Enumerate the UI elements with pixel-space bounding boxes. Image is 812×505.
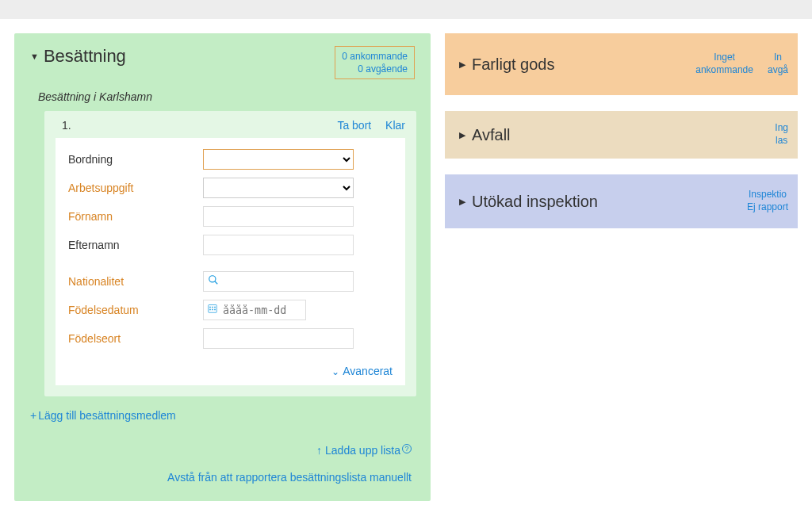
upload-list-button[interactable]: ↑Ladda upp lista? xyxy=(316,444,412,457)
arrow-up-icon: ↑ xyxy=(316,444,322,457)
label-nationalitet: Nationalitet xyxy=(68,275,203,288)
label-fodelsedatum: Födelsedatum xyxy=(68,304,203,316)
panel-farligt-gods[interactable]: ▶ Farligt gods Ingetankommande Inavgå xyxy=(445,33,798,95)
panel-inspektion[interactable]: ▶ Utökad inspektion InspektioEj rapport xyxy=(445,174,798,228)
label-fodelseort: Födelseort xyxy=(68,332,203,345)
panel-status-inspektion: InspektioEj rapport xyxy=(747,189,788,213)
label-efternamn: Efternamn xyxy=(68,239,203,251)
crew-count-badge: 0 ankommande 0 avgående xyxy=(335,46,415,79)
fodelseort-input[interactable] xyxy=(203,328,354,349)
advanced-toggle[interactable]: ⌄Avancerat xyxy=(331,365,393,377)
crew-panel-header[interactable]: ▼ Besättning 0 ankommande 0 avgående xyxy=(25,44,419,86)
done-button[interactable]: Klar xyxy=(385,119,405,132)
entry-number: 1. xyxy=(62,119,71,132)
caret-right-icon: ▶ xyxy=(459,59,465,70)
panel-title-inspektion: Utökad inspektion xyxy=(472,193,598,211)
fodelsedatum-input[interactable] xyxy=(203,300,306,320)
arbetsuppgift-select[interactable] xyxy=(203,178,354,198)
panel-status-farligt: Ingetankommande Inavgå xyxy=(695,52,788,76)
panel-title-farligt: Farligt gods xyxy=(472,55,555,74)
caret-right-icon: ▶ xyxy=(459,130,465,140)
plus-icon: + xyxy=(30,409,36,422)
caret-right-icon: ▶ xyxy=(459,197,465,207)
panel-title-avfall: Avfall xyxy=(472,126,511,144)
caret-down-icon: ▼ xyxy=(30,52,39,61)
badge-arriving: 0 ankommande xyxy=(342,50,408,63)
panel-status-avfall: Inglas xyxy=(775,122,788,147)
efternamn-input[interactable] xyxy=(203,235,354,255)
fornamn-input[interactable] xyxy=(203,206,354,227)
crew-panel: ▼ Besättning 0 ankommande 0 avgående Bes… xyxy=(14,33,431,501)
label-arbetsuppgift: Arbetsuppgift xyxy=(68,182,203,194)
crew-entry-card: 1. Ta bort Klar Bordning Arbetsuppgift F… xyxy=(44,111,416,396)
top-bar xyxy=(0,0,812,19)
crew-form: Bordning Arbetsuppgift Förnamn Efternamn xyxy=(56,138,405,385)
badge-departing: 0 avgående xyxy=(342,63,408,75)
add-crew-member-button[interactable]: +Lägg till besättningsmedlem xyxy=(30,409,176,422)
nationalitet-input[interactable] xyxy=(203,271,354,292)
right-column: ▶ Farligt gods Ingetankommande Inavgå ▶ … xyxy=(445,33,798,501)
panel-avfall[interactable]: ▶ Avfall Inglas xyxy=(445,111,798,159)
label-bordning: Bordning xyxy=(68,153,203,166)
chevron-down-icon: ⌄ xyxy=(331,366,339,377)
remove-button[interactable]: Ta bort xyxy=(337,119,371,132)
help-icon[interactable]: ? xyxy=(402,444,412,453)
panel-title: Besättning xyxy=(44,46,126,67)
label-fornamn: Förnamn xyxy=(68,210,203,223)
bordning-select[interactable] xyxy=(203,149,354,170)
abstain-manual-report-button[interactable]: Avstå från att rapportera besättningslis… xyxy=(167,471,412,484)
crew-subheading: Besättning i Karlshamn xyxy=(25,86,419,108)
